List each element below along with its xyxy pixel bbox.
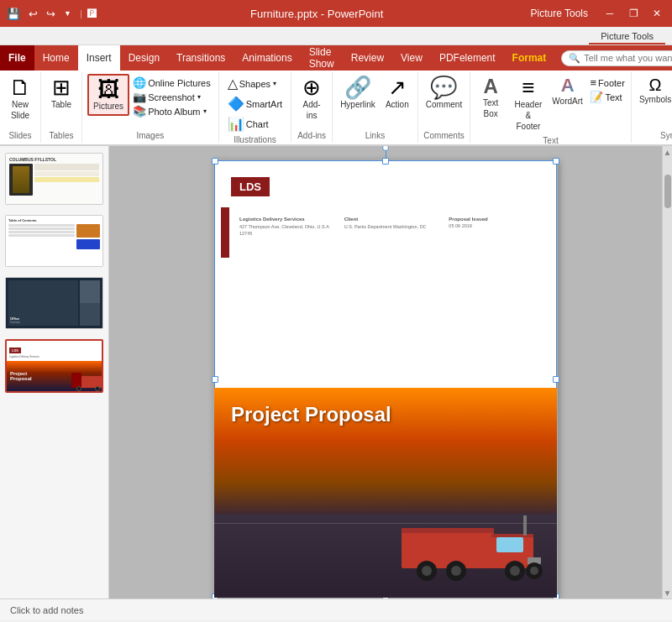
search-icon: 🔍 [569,53,580,64]
tab-insert[interactable]: Insert [78,45,120,71]
ribbon-group-symbols: Ω Symbols π Equation Symbols [632,72,672,143]
window-title: Furniture.pptx - PowerPoint [103,8,531,20]
header-footer-icon: ≡ [522,76,534,98]
tab-review[interactable]: Review [343,45,392,71]
slide-3-thumbnail[interactable]: Office Furniture [5,277,103,329]
header-footer-label: Header& Footer [513,99,543,132]
symbols-button[interactable]: Ω Symbols [635,74,672,107]
screenshot-button[interactable]: 📷 Screenshot ▾ [130,90,213,104]
hyperlink-button[interactable]: 🔗 Hyperlink [336,74,380,112]
new-slide-icon: 🗋 [9,76,31,98]
slide-1-thumbnail[interactable]: COLUMBUS FYLLSTOL [5,153,103,205]
table-label: Table [51,99,71,110]
svg-rect-3 [496,537,523,552]
red-accent-bar [221,207,229,258]
photo-album-icon: 📚 [133,105,146,118]
scroll-thumb[interactable] [664,175,671,208]
proposal-title-text: Project Proposal [231,403,391,427]
proposal-info: Proposal Issued 05 06 2019 [449,217,540,238]
tab-file[interactable]: File [0,45,34,71]
hyperlink-label: Hyperlink [340,99,375,110]
tab-format[interactable]: Format [504,45,555,71]
textbox-button[interactable]: A TextBox [474,74,507,122]
addins-group-label: Add-ins [295,129,328,143]
symbols-label: Symbols [639,94,671,105]
comment-label: Comment [426,99,462,110]
photo-album-label: Photo Album [148,107,200,117]
ribbon: File Home Insert Design Transitions Anim… [0,45,672,146]
online-pictures-label: Online Pictures [148,78,211,88]
header-footer-button[interactable]: ≡ Header& Footer [509,74,548,134]
customize-qat-button[interactable]: ▼ [60,8,75,19]
ribbon-tabs: File Home Insert Design Transitions Anim… [0,45,672,71]
footer-button[interactable]: ≡ Footer [587,76,627,90]
lds-logo: LDS [231,177,270,196]
shapes-dropdown-icon: ▾ [273,80,276,87]
separator: | [80,8,82,18]
shapes-button[interactable]: △ Shapes ▾ [224,74,280,93]
wordart-button[interactable]: A WordArt [549,74,586,109]
close-button[interactable]: ✕ [645,2,669,25]
click-to-add-notes[interactable]: Click to add notes [10,605,83,615]
smartart-button[interactable]: 🔷 SmartArt [224,94,286,113]
slide-panel[interactable]: 1 COLUMBUS FYLLSTOL [0,146,109,598]
textbox-label: TextBox [483,97,498,119]
main-slide-canvas[interactable]: LDS Logistics Delivery Services 427 Thom… [213,159,558,598]
slide-top-section: LDS Logistics Delivery Services 427 Thom… [214,160,557,388]
text-small-button[interactable]: 📝 Text [587,90,627,104]
save-button[interactable]: 💾 [3,6,24,22]
minimize-button[interactable]: ─ [598,2,622,25]
comment-button[interactable]: 💬 Comment [422,74,466,112]
company-address: 427 Thompson Ave, Cleveland, Ohio, U.S.A… [239,223,331,238]
table-icon: ⊞ [52,76,71,98]
addins-button[interactable]: ⊕ Add-ins [295,74,328,123]
restore-button[interactable]: ❐ [622,2,645,25]
illustrations-group-label: Illustrations [224,133,286,147]
pictures-button[interactable]: 🖼 Pictures [87,74,129,116]
tab-design[interactable]: Design [120,45,168,71]
new-slide-button[interactable]: 🗋 NewSlide [3,74,37,123]
scroll-down-button[interactable]: ▼ [663,587,673,598]
tab-slideshow[interactable]: Slide Show [301,45,343,71]
photo-album-button[interactable]: 📚 Photo Album ▾ [130,104,213,118]
online-pictures-button[interactable]: 🌐 Online Pictures [130,76,213,90]
truck-svg [397,507,549,583]
table-button[interactable]: ⊞ Table [45,74,78,112]
vertical-scrollbar[interactable]: ▲ ▼ [662,146,672,598]
tell-me-input[interactable] [584,53,672,63]
tab-animations[interactable]: Animations [234,45,300,71]
client-label: Client [344,217,436,222]
svg-point-12 [510,566,520,576]
wordart-label: WordArt [552,96,583,107]
action-button[interactable]: ↗ Action [381,74,414,112]
rotate-handle[interactable] [382,146,389,151]
thumb1-title: COLUMBUS FYLLSTOL [9,157,99,162]
truck-illustration [397,507,549,585]
tell-me-search[interactable]: 🔍 [561,50,672,66]
slide-2-thumbnail[interactable]: Table of Contents [5,215,103,267]
screenshot-label: Screenshot [148,92,195,102]
undo-button[interactable]: ↩ [25,6,41,22]
smartart-icon: 🔷 [228,96,244,112]
tables-group-label: Tables [45,129,78,143]
proposal-date: 05 06 2019 [449,223,540,228]
addins-icon: ⊕ [302,76,321,98]
chart-button[interactable]: 📊 Chart [224,114,272,133]
picture-tools-context-bar: Picture Tools [0,27,672,45]
slide-4-thumbnail[interactable]: LDS Logistics Delivery Services ProjectP… [5,339,103,393]
redo-button[interactable]: ↪ [43,6,59,22]
client-name: U.S. Parks Department Washington, DC [344,223,436,230]
pictures-label: Pictures [93,101,123,112]
scroll-up-button[interactable]: ▲ [663,146,673,158]
tab-view[interactable]: View [392,45,431,71]
picture-tools-label: Picture Tools [531,8,588,19]
tab-home[interactable]: Home [34,45,78,71]
svg-rect-4 [491,534,533,537]
textbox-icon: A [484,76,498,97]
shapes-icon: △ [228,76,238,91]
svg-point-8 [422,566,432,576]
svg-point-10 [451,566,461,576]
tab-pdfelement[interactable]: PDFelement [431,45,504,71]
company-info: Logistics Delivery Services 427 Thompson… [239,217,331,238]
tab-transitions[interactable]: Transitions [168,45,234,71]
